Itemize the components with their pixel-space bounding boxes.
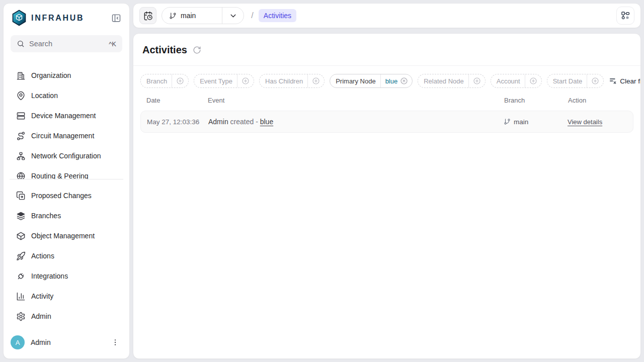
sidebar-nav: Organization Location Device Management … bbox=[4, 52, 129, 358]
filters-bar: Branch Event Type Has Children Primary N… bbox=[133, 66, 640, 88]
plus-circle-icon[interactable] bbox=[237, 77, 254, 85]
branch-selector[interactable]: main bbox=[162, 7, 244, 24]
plus-circle-icon[interactable] bbox=[172, 77, 188, 85]
bar-chart-icon bbox=[16, 291, 26, 301]
page-header: Activities bbox=[133, 34, 640, 66]
filter-chip-has-children[interactable]: Has Children bbox=[259, 74, 325, 88]
sidebar-item-label: Routing & Peering bbox=[31, 172, 89, 179]
search-input[interactable]: Search ^K bbox=[11, 35, 122, 52]
topbar: main / Activities bbox=[133, 3, 641, 28]
sidebar-item-branches[interactable]: Branches bbox=[8, 206, 125, 226]
brand-name: INFRAHUB bbox=[31, 14, 110, 23]
table-row[interactable]: May 27, 12:03:36 Admin created - blue ma… bbox=[140, 111, 633, 133]
cube-icon bbox=[16, 231, 26, 241]
sidebar-item-label: Location bbox=[31, 92, 58, 100]
time-travel-button[interactable] bbox=[139, 7, 156, 24]
event-actor: Admin bbox=[208, 118, 228, 126]
layers-icon bbox=[16, 211, 26, 221]
branch-dropdown-toggle[interactable] bbox=[222, 12, 244, 20]
server-icon bbox=[16, 111, 26, 121]
sidebar-item-label: Activity bbox=[31, 292, 53, 300]
row-event: Admin created - blue bbox=[208, 118, 504, 126]
event-object-link[interactable]: blue bbox=[260, 118, 273, 126]
column-header-branch: Branch bbox=[504, 97, 568, 104]
sidebar-user-footer: A Admin bbox=[4, 329, 129, 358]
schema-visualizer-button[interactable] bbox=[616, 7, 634, 25]
sidebar-item-label: Device Management bbox=[31, 112, 96, 120]
sidebar-item-admin[interactable]: Admin bbox=[8, 306, 125, 326]
plus-circle-icon[interactable] bbox=[469, 77, 485, 85]
calendar-clock-icon bbox=[143, 11, 153, 21]
sidebar-item-label: Actions bbox=[31, 252, 54, 260]
clear-filters-button[interactable]: Clear filters bbox=[609, 77, 641, 85]
plug-icon bbox=[16, 271, 26, 281]
sidebar-item-label: Proposed Changes bbox=[31, 192, 92, 200]
sidebar-item-circuit-management[interactable]: Circuit Management bbox=[8, 126, 125, 146]
column-header-date: Date bbox=[146, 97, 208, 104]
schema-icon bbox=[620, 11, 630, 21]
row-branch-label: main bbox=[514, 118, 528, 126]
filter-chip-branch[interactable]: Branch bbox=[140, 74, 189, 88]
sidebar-item-proposed-changes[interactable]: Proposed Changes bbox=[8, 186, 125, 206]
search-icon bbox=[17, 40, 25, 48]
row-branch: main bbox=[504, 118, 568, 126]
sidebar-item-actions[interactable]: Actions bbox=[8, 246, 125, 266]
remove-filter-icon[interactable] bbox=[400, 77, 412, 85]
sidebar-item-organization[interactable]: Organization bbox=[8, 65, 125, 85]
filter-chip-start-date[interactable]: Start Date bbox=[547, 74, 604, 88]
row-date: May 27, 12:03:36 bbox=[147, 118, 208, 126]
breadcrumb-activities[interactable]: Activities bbox=[259, 9, 296, 22]
view-details-link[interactable]: View details bbox=[568, 118, 602, 126]
search-placeholder: Search bbox=[29, 40, 109, 48]
collapse-sidebar-button[interactable] bbox=[110, 12, 122, 24]
sidebar-item-label: Admin bbox=[31, 312, 51, 320]
filter-chip-account[interactable]: Account bbox=[491, 74, 542, 88]
sidebar-item-label: Organization bbox=[31, 71, 71, 79]
plus-circle-icon[interactable] bbox=[587, 77, 603, 85]
user-menu-button[interactable] bbox=[109, 336, 121, 348]
sidebar-item-routing-peering[interactable]: Routing & Peering bbox=[8, 166, 125, 179]
sidebar-item-activity[interactable]: Activity bbox=[8, 286, 125, 306]
filter-value: blue bbox=[381, 77, 400, 85]
sidebar-nav-group-schema: Organization Location Device Management … bbox=[4, 65, 129, 179]
sidebar-item-label: Circuit Management bbox=[31, 132, 94, 140]
diff-copy-icon bbox=[16, 191, 26, 201]
map-pin-icon bbox=[16, 90, 26, 101]
sidebar-header: INFRAHUB bbox=[4, 4, 129, 29]
page-title: Activities bbox=[142, 44, 187, 56]
sidebar-item-label: Integrations bbox=[31, 272, 68, 280]
plus-circle-icon[interactable] bbox=[308, 77, 324, 85]
column-header-event: Event bbox=[208, 97, 504, 104]
filter-chip-related-node[interactable]: Related Node bbox=[418, 74, 486, 88]
search-shortcut: ^K bbox=[109, 40, 116, 48]
refresh-button[interactable] bbox=[192, 45, 202, 55]
sidebar-item-location[interactable]: Location bbox=[8, 85, 125, 106]
globe-icon bbox=[16, 171, 26, 179]
rocket-icon bbox=[16, 251, 26, 261]
table-header: Date Event Branch Action bbox=[140, 88, 633, 110]
chevron-down-icon bbox=[229, 12, 237, 20]
building-icon bbox=[16, 70, 26, 80]
plus-circle-icon[interactable] bbox=[525, 77, 541, 85]
filter-chip-primary-node[interactable]: Primary Node blue bbox=[330, 74, 413, 88]
refresh-icon bbox=[193, 46, 201, 54]
panel-left-close-icon bbox=[111, 13, 121, 23]
filter-chip-event-type[interactable]: Event Type bbox=[194, 74, 254, 88]
user-name: Admin bbox=[31, 338, 109, 346]
gear-icon bbox=[16, 311, 26, 321]
sidebar-item-network-configuration[interactable]: Network Configuration bbox=[8, 146, 125, 166]
git-branch-icon bbox=[169, 12, 177, 20]
main-panel: Activities Branch Event Type Has Childre… bbox=[133, 33, 641, 359]
event-verb: created - bbox=[230, 118, 258, 126]
sidebar-item-label: Branches bbox=[31, 212, 61, 220]
sidebar-item-label: Object Management bbox=[31, 232, 95, 240]
column-header-action: Action bbox=[568, 97, 627, 104]
sidebar-item-integrations[interactable]: Integrations bbox=[8, 266, 125, 286]
sidebar-item-device-management[interactable]: Device Management bbox=[8, 106, 125, 126]
sidebar-item-object-management[interactable]: Object Management bbox=[8, 226, 125, 246]
kebab-menu-icon bbox=[111, 338, 119, 346]
network-icon bbox=[16, 151, 26, 161]
row-action: View details bbox=[568, 117, 627, 126]
current-branch-label: main bbox=[181, 12, 196, 20]
git-branch-icon bbox=[504, 118, 511, 125]
